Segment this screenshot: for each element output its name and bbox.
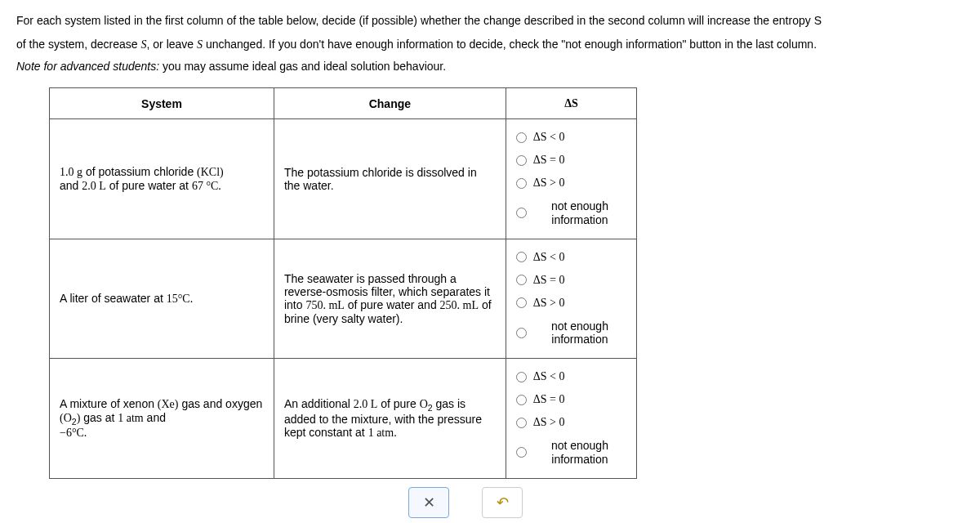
system-cell: 1.0 g of potassium chloride (KCl) and 2.… [50, 119, 274, 239]
radio-eq[interactable] [516, 395, 527, 405]
undo-icon: ↶ [497, 494, 509, 512]
option-label: not enough information [533, 439, 626, 467]
change-cell: The seawater is passed through a reverse… [274, 239, 506, 359]
table-row: 1.0 g of potassium chloride (KCl) and 2.… [50, 119, 637, 239]
option-label: ΔS = 0 [533, 274, 565, 287]
note-advanced: Note for advanced students: you may assu… [16, 60, 964, 73]
system-cell: A mixture of xenon (Xe) gas and oxygen (… [50, 359, 274, 479]
table-row: A liter of seawater at 15°C. The seawate… [50, 239, 637, 359]
reset-button[interactable]: ↶ [482, 487, 523, 518]
option-label: ΔS < 0 [533, 370, 565, 383]
option-label: ΔS < 0 [533, 251, 565, 264]
table-row: A mixture of xenon (Xe) gas and oxygen (… [50, 359, 637, 479]
header-system: System [50, 88, 274, 119]
ds-cell: ΔS < 0 ΔS = 0 ΔS > 0 not enough informat… [506, 119, 636, 239]
radio-nei[interactable] [516, 208, 527, 218]
option-label: ΔS = 0 [533, 154, 565, 167]
ds-cell: ΔS < 0 ΔS = 0 ΔS > 0 not enough informat… [506, 239, 636, 359]
radio-eq[interactable] [516, 155, 527, 166]
close-button[interactable]: ✕ [408, 487, 449, 518]
option-label: not enough information [533, 320, 626, 347]
button-bar: ✕ ↶ [408, 487, 964, 518]
system-cell: A liter of seawater at 15°C. [50, 239, 274, 359]
radio-eq[interactable] [516, 275, 527, 285]
option-label: ΔS > 0 [533, 416, 565, 429]
radio-gt[interactable] [516, 297, 527, 308]
radio-nei[interactable] [516, 328, 527, 338]
close-icon: ✕ [423, 494, 435, 512]
change-cell: The potassium chloride is dissolved in t… [274, 119, 506, 239]
entropy-table: System Change ΔS 1.0 g of potassium chlo… [49, 87, 637, 479]
option-label: ΔS > 0 [533, 297, 565, 310]
radio-nei[interactable] [516, 447, 527, 458]
radio-lt[interactable] [516, 132, 527, 143]
option-label: not enough information [533, 199, 626, 227]
option-label: ΔS = 0 [533, 393, 565, 406]
instructions-line1: For each system listed in the first colu… [16, 12, 964, 29]
change-cell: An additional 2.0 L of pure O2 gas is ad… [274, 359, 506, 479]
radio-lt[interactable] [516, 252, 527, 262]
instructions-line2: of the system, decrease S, or leave S un… [16, 36, 964, 53]
header-ds: ΔS [506, 88, 636, 119]
radio-gt[interactable] [516, 418, 527, 428]
option-label: ΔS > 0 [533, 177, 565, 190]
radio-gt[interactable] [516, 178, 527, 189]
header-change: Change [274, 88, 506, 119]
radio-lt[interactable] [516, 372, 527, 382]
ds-cell: ΔS < 0 ΔS = 0 ΔS > 0 not enough informat… [506, 359, 636, 479]
option-label: ΔS < 0 [533, 131, 565, 144]
